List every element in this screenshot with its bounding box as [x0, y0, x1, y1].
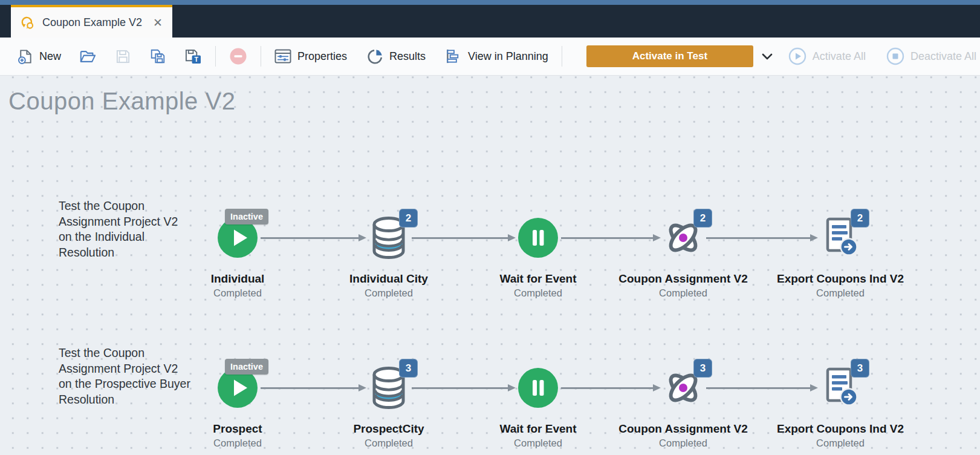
workflow-node-export-coupons-ind-v2[interactable]: 2Export Coupons Ind V2Completed	[774, 215, 907, 299]
node-status: Completed	[472, 437, 605, 449]
new-label: New	[39, 50, 61, 63]
workflow-node-individual[interactable]: InactiveIndividualCompleted	[171, 215, 304, 299]
count-badge: 3	[399, 359, 418, 378]
workflow-node-wait-for-event[interactable]: Wait for EventCompleted	[472, 215, 605, 299]
count-badge: 3	[693, 359, 712, 378]
results-label: Results	[389, 50, 426, 63]
new-button[interactable]: New	[17, 48, 61, 65]
node-label: Coupon Assignment V2	[617, 422, 750, 436]
gantt-planning-icon	[446, 48, 462, 64]
delete-button[interactable]	[229, 47, 247, 65]
titlebar-strip	[0, 0, 980, 5]
count-badge: 2	[851, 209, 869, 227]
svg-text:T: T	[195, 56, 199, 63]
open-folder-icon	[79, 49, 96, 64]
count-badge: 2	[693, 209, 712, 227]
activate-in-test-button[interactable]: Activate in Test	[586, 45, 753, 67]
close-icon[interactable]: ✕	[153, 17, 163, 28]
play-circle-icon	[788, 47, 806, 65]
tab-coupon-example-v2[interactable]: Coupon Example V2 ✕	[11, 5, 172, 38]
toolbar-divider	[261, 46, 261, 67]
workflow-node-prospectcity[interactable]: 3ProspectCityCompleted	[322, 365, 455, 449]
activate-all-button[interactable]: Activate All	[788, 47, 866, 65]
app-window: Coupon Example V2 ✕ New	[0, 0, 980, 455]
view-in-planning-button[interactable]: View in Planning	[446, 48, 548, 64]
inactive-tag: Inactive	[225, 359, 268, 375]
node-label: Export Coupons Ind V2	[774, 422, 907, 436]
save-all-button[interactable]	[149, 48, 166, 65]
save-template-icon: T	[184, 48, 202, 65]
results-button[interactable]: Results	[367, 48, 426, 65]
node-status: Completed	[617, 287, 750, 299]
export-node-icon[interactable]: 3	[774, 365, 907, 410]
deactivate-all-label: Deactivate All	[910, 50, 976, 63]
activity-swirl-icon	[19, 15, 35, 30]
stop-circle-icon	[886, 47, 904, 65]
node-label: Prospect	[171, 422, 304, 436]
node-status: Completed	[322, 437, 455, 449]
node-status: Completed	[774, 437, 907, 449]
count-badge: 3	[851, 359, 869, 378]
workflow-node-individual-city[interactable]: 2Individual CityCompleted	[322, 215, 455, 299]
node-label: Wait for Event	[472, 422, 605, 436]
node-label: Individual City	[322, 272, 455, 286]
toolbar-divider	[562, 46, 562, 67]
properties-label: Properties	[297, 50, 347, 63]
workflow-node-coupon-assignment-v2[interactable]: 3Coupon Assignment V2Completed	[617, 365, 750, 449]
workflow-node-wait-for-event[interactable]: Wait for EventCompleted	[472, 365, 605, 449]
node-status: Completed	[617, 437, 750, 449]
save-as-template-button[interactable]: T	[184, 48, 202, 65]
tab-bar: Coupon Example V2 ✕	[0, 5, 980, 38]
toolbar: New	[0, 38, 980, 76]
node-status: Completed	[171, 287, 304, 299]
save-all-icon	[149, 48, 166, 65]
flow-canvas[interactable]: Coupon Example V2 Test the Coupon Assign…	[0, 76, 980, 455]
open-button[interactable]	[79, 49, 96, 64]
workflow-node-export-coupons-ind-v2[interactable]: 3Export Coupons Ind V2Completed	[774, 365, 907, 449]
properties-button[interactable]: Properties	[274, 49, 347, 64]
properties-sliders-icon	[274, 49, 291, 64]
new-document-icon	[17, 48, 33, 65]
remove-circle-icon	[229, 47, 247, 65]
node-label: Wait for Event	[472, 272, 605, 286]
node-status: Completed	[774, 287, 907, 299]
node-label: ProspectCity	[322, 422, 455, 436]
canvas-title: Coupon Example V2	[8, 88, 235, 115]
export-node-icon[interactable]: 2	[774, 215, 907, 260]
node-status: Completed	[472, 287, 605, 299]
count-badge: 2	[399, 209, 418, 227]
chevron-down-icon[interactable]	[762, 53, 773, 60]
node-status: Completed	[171, 437, 304, 449]
save-button[interactable]	[115, 49, 131, 64]
workflow-node-coupon-assignment-v2[interactable]: 2Coupon Assignment V2Completed	[617, 215, 750, 299]
toolbar-divider	[215, 46, 216, 67]
tab-title: Coupon Example V2	[42, 16, 146, 29]
node-status: Completed	[322, 287, 455, 299]
node-label: Individual	[171, 272, 304, 286]
save-icon	[115, 49, 131, 64]
activate-all-label: Activate All	[813, 50, 866, 63]
view-in-planning-label: View in Planning	[468, 50, 548, 63]
workflow-node-prospect[interactable]: InactiveProspectCompleted	[171, 365, 304, 449]
node-label: Coupon Assignment V2	[617, 272, 750, 286]
deactivate-all-button[interactable]: Deactivate All	[886, 47, 976, 65]
inactive-tag: Inactive	[225, 209, 268, 224]
pie-chart-icon	[367, 48, 383, 65]
node-label: Export Coupons Ind V2	[774, 272, 907, 286]
